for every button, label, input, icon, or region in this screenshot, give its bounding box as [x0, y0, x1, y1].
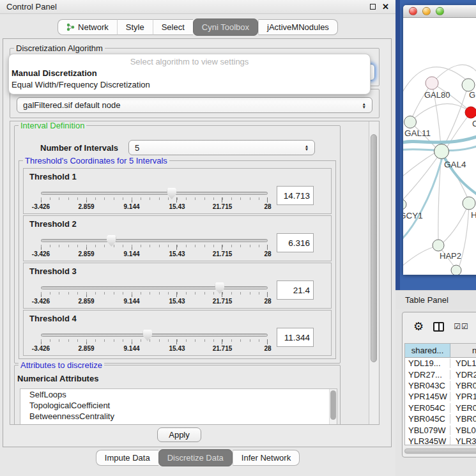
- close-panel-icon[interactable]: ✕: [382, 3, 389, 11]
- tab-impute-data[interactable]: Impute Data: [96, 450, 158, 466]
- table-cell: YDR27...: [405, 370, 450, 380]
- tab-network[interactable]: Network: [58, 19, 117, 35]
- threshold-panel: Threshold 3-3.4262.8599.14415.4321.71528: [23, 263, 332, 309]
- table-row[interactable]: YBR045CYBR0: [405, 413, 476, 424]
- number-of-intervals-row: Number of Intervals 5 ▲▼: [40, 140, 328, 155]
- number-of-intervals-spinner[interactable]: 5 ▲▼: [128, 140, 315, 155]
- table-cell: YER054C: [405, 403, 450, 413]
- table-panel-window: ⚙ ☑☑ shared...n YDL19...YDL1YDR27...YDR2…: [402, 312, 476, 457]
- network-node-c[interactable]: [465, 107, 476, 118]
- network-edge[interactable]: [403, 153, 435, 179]
- network-node-gcy1[interactable]: [403, 199, 406, 210]
- minimize-window-icon[interactable]: [422, 7, 431, 15]
- table-row[interactable]: YER054CYER0: [405, 403, 476, 413]
- column-layout-icon[interactable]: [433, 322, 444, 332]
- panel-title: Control Panel: [6, 2, 57, 12]
- table-row[interactable]: YDL19...YDL1: [405, 358, 476, 369]
- threshold-slider[interactable]: [41, 286, 268, 289]
- tick-label: 21.715: [213, 203, 233, 210]
- algorithm-option-equal-width-frequency-discretization[interactable]: Equal Width/Frequency Discretization: [9, 79, 370, 91]
- table-row[interactable]: YDR27...YDR2: [405, 369, 476, 380]
- group-label-interval-definition: Interval Definition: [19, 121, 86, 130]
- algorithm-option-manual-discretization[interactable]: Manual Discretization: [9, 68, 370, 79]
- tab-infer-network[interactable]: Infer Network: [233, 450, 300, 466]
- column-header[interactable]: n: [450, 344, 476, 357]
- table-panel-title: Table Panel: [405, 295, 449, 305]
- attribute-item[interactable]: SelfLoops: [20, 389, 337, 400]
- threshold-value-input[interactable]: [277, 186, 314, 205]
- node-label: C: [472, 119, 476, 128]
- threshold-value-input[interactable]: [277, 280, 314, 300]
- network-node-g[interactable]: [462, 79, 475, 91]
- tick-labels: -3.4262.8599.14415.4321.71528: [41, 345, 268, 353]
- network-node-gal11[interactable]: [404, 116, 417, 128]
- network-node-hap2[interactable]: [433, 240, 444, 251]
- network-edge[interactable]: [403, 247, 433, 268]
- table-header-row: shared...n: [405, 344, 476, 358]
- vertical-scrollbar[interactable]: [369, 121, 379, 424]
- vertical-scrollbar-thumb[interactable]: [371, 134, 377, 362]
- tab-discretize-data[interactable]: Discretize Data: [158, 449, 233, 466]
- threshold-panel: Threshold 4-3.4262.8599.14415.4321.71528: [23, 310, 332, 356]
- attribute-item[interactable]: BetweennessCentrality: [20, 411, 337, 422]
- control-panel: Control Panel ✕ NetworkStyleSelectCyni T…: [0, 0, 395, 476]
- table-data-combo[interactable]: galFiltered.sif default node ▲▼: [17, 97, 372, 113]
- settings-gear-icon[interactable]: ⚙: [413, 321, 424, 332]
- numerical-attributes-list[interactable]: SelfLoopsTopologicalCoefficientBetweenne…: [20, 388, 337, 425]
- spinner-arrows-icon: ▲▼: [305, 144, 309, 151]
- tick-label: 15.43: [169, 250, 185, 257]
- tab-jactivemnodules[interactable]: jActiveMNodules: [258, 19, 338, 35]
- table-row[interactable]: YLR345WYLR3: [405, 436, 476, 445]
- network-edge[interactable]: [443, 203, 469, 243]
- list-scrollbar-thumb[interactable]: [330, 390, 336, 420]
- slider-ticks: [41, 245, 268, 250]
- column-header[interactable]: shared...: [405, 344, 450, 357]
- node-attribute-table: shared...n YDL19...YDL1YDR27...YDR2YBR04…: [404, 343, 476, 445]
- table-row[interactable]: YBL079WYBL0: [405, 424, 476, 435]
- tick-label: 15.43: [169, 345, 185, 352]
- tab-label: Network: [78, 22, 109, 32]
- close-window-icon[interactable]: [409, 7, 417, 15]
- network-canvas[interactable]: GAL80GCGAL11GAL4GCY1HHAP2: [403, 18, 476, 275]
- tick-label: 9.144: [123, 203, 139, 210]
- zoom-window-icon[interactable]: [436, 7, 444, 15]
- tick-labels: -3.4262.8599.14415.4321.71528: [41, 298, 268, 305]
- popup-item-list: Manual DiscretizationEqual Width/Frequen…: [9, 68, 370, 91]
- horizontal-scrollbar-thumb[interactable]: [404, 449, 476, 454]
- threshold-label: Threshold 2: [24, 216, 331, 229]
- tab-select[interactable]: Select: [153, 19, 193, 35]
- table-body: YDL19...YDL1YDR27...YDR2YBR043CYBR0YPR14…: [405, 358, 476, 445]
- popup-placeholder: Select algorithm to view settings: [9, 56, 370, 68]
- attribute-item[interactable]: TopologicalCoefficient: [20, 400, 337, 411]
- horizontal-scrollbar[interactable]: [404, 448, 476, 454]
- threshold-slider[interactable]: [41, 334, 268, 337]
- table-row[interactable]: YBR043CYBR0: [405, 380, 476, 391]
- tick-label: 9.144: [123, 298, 139, 305]
- threshold-slider[interactable]: [41, 192, 268, 195]
- table-cell: YBR0: [450, 414, 476, 424]
- table-cell: YDR2: [450, 370, 476, 380]
- tab-label: Discretize Data: [167, 453, 224, 463]
- tab-style[interactable]: Style: [117, 19, 153, 35]
- network-node[interactable]: [451, 265, 461, 275]
- network-node-gal80[interactable]: [426, 77, 438, 89]
- float-window-icon[interactable]: [370, 4, 376, 10]
- tick-label: -3.426: [32, 345, 50, 352]
- apply-button[interactable]: Apply: [157, 427, 201, 442]
- threshold-slider[interactable]: [41, 239, 268, 242]
- network-node-h[interactable]: [463, 197, 475, 210]
- node-label: G: [469, 90, 475, 100]
- node-label: GAL11: [404, 128, 431, 138]
- network-edge[interactable]: [403, 155, 443, 242]
- network-window-titlebar[interactable]: [403, 5, 476, 18]
- slider-ticks: [41, 339, 268, 344]
- checkbox-icons[interactable]: ☑☑: [454, 322, 469, 331]
- slider-ticks: [41, 292, 268, 297]
- threshold-value-input[interactable]: [277, 233, 314, 252]
- list-scrollbar[interactable]: [329, 389, 337, 425]
- tab-cyni-toolbox[interactable]: Cyni Toolbox: [193, 19, 258, 36]
- table-row[interactable]: YPR145WYPR1: [405, 391, 476, 402]
- network-node-gal4[interactable]: [434, 144, 449, 159]
- table-data-combo-value: galFiltered.sif default node: [23, 100, 120, 110]
- threshold-value-input[interactable]: [277, 328, 314, 347]
